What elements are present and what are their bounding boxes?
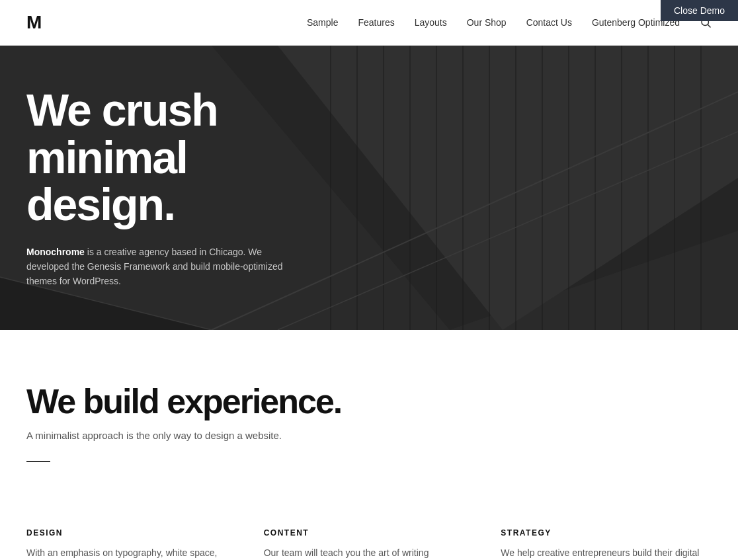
main-content: We build experience. A minimalist approa… — [0, 330, 738, 528]
columns-section: DESIGN With an emphasis on typography, w… — [0, 528, 738, 560]
column-design-text: With an emphasis on typography, white sp… — [26, 545, 237, 560]
column-content-title: CONTENT — [264, 528, 475, 538]
column-strategy: STRATEGY We help creative entrepreneurs … — [501, 528, 712, 560]
site-header: M Sample Features Layouts Our Shop Conta… — [0, 0, 738, 46]
column-strategy-text: We help creative entrepreneurs build the… — [501, 545, 712, 560]
nav-item-shop[interactable]: Our Shop — [467, 17, 507, 28]
column-strategy-title: STRATEGY — [501, 528, 712, 538]
close-demo-button[interactable]: Close Demo — [661, 0, 738, 21]
section-heading: We build experience. — [26, 383, 712, 420]
hero-section: We crush minimal design. Monochrome is a… — [0, 46, 738, 330]
nav-item-contact[interactable]: Contact Us — [526, 17, 572, 28]
hero-content: We crush minimal design. Monochrome is a… — [0, 87, 331, 288]
divider — [26, 461, 50, 462]
hero-title: We crush minimal design. — [26, 87, 304, 228]
section-subtext: A minimalist approach is the only way to… — [26, 430, 712, 441]
svg-line-1 — [708, 24, 710, 27]
column-content: CONTENT Our team will teach you the art … — [264, 528, 475, 560]
nav-item-sample[interactable]: Sample — [307, 17, 338, 28]
hero-description: Monochrome is a creative agency based in… — [26, 245, 304, 289]
site-nav: Sample Features Layouts Our Shop Contact… — [307, 17, 712, 28]
column-design: DESIGN With an emphasis on typography, w… — [26, 528, 237, 560]
site-logo[interactable]: M — [26, 12, 41, 33]
nav-item-features[interactable]: Features — [358, 17, 394, 28]
column-design-title: DESIGN — [26, 528, 237, 538]
column-content-text: Our team will teach you the art of writi… — [264, 545, 475, 560]
nav-item-layouts[interactable]: Layouts — [415, 17, 447, 28]
